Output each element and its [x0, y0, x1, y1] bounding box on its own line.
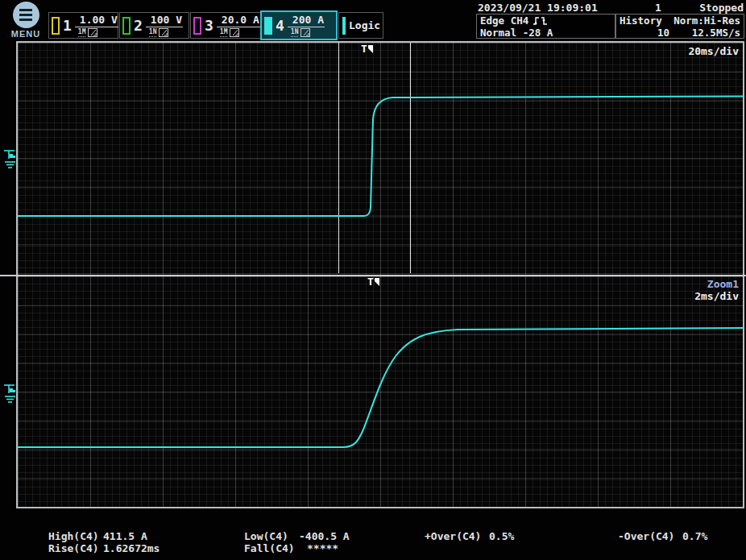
channel-3-color-swatch — [193, 17, 201, 35]
probe-icon — [300, 28, 310, 37]
meas-fall-value: ***** — [307, 542, 338, 554]
falling-edge-icon — [541, 16, 548, 26]
ch4-zoom-trace — [18, 328, 743, 447]
acquisition-mode: Norm:Hi-Res — [673, 15, 740, 27]
probe-icon — [88, 28, 97, 37]
meas-low-label: Low(C4) — [244, 530, 288, 542]
trigger-mode-source: Edge CH4 — [480, 15, 528, 27]
rising-edge-icon — [533, 16, 540, 26]
probe-icon — [159, 28, 168, 37]
meas-rise-value: 1.62672ms — [103, 542, 160, 554]
impedance-label: 1N — [291, 28, 299, 37]
logic-badge[interactable]: Logic — [338, 12, 383, 39]
meas-fall-label: Fall(C4) — [244, 542, 295, 554]
channel-2-badge[interactable]: 2 100 V 1N — [119, 12, 189, 39]
impedance-label: 1N — [149, 28, 157, 37]
channel-2-color-swatch — [122, 17, 131, 35]
channel-4-badge[interactable]: 4 200 A 1N — [260, 10, 338, 40]
logic-label: Logic — [349, 19, 380, 31]
channel-1-scale: 1.00 V — [75, 14, 118, 27]
meas-high-label: High(C4) — [48, 530, 99, 542]
zoom-timebase-readout: 2ms/div — [694, 290, 739, 302]
channel-2-scale: 100 V — [146, 14, 183, 27]
zoom-waveform-window: T Zoom1 2ms/div — [16, 276, 744, 508]
history-label: History — [620, 15, 662, 27]
channel-3-number: 3 — [204, 17, 214, 34]
trigger-level-readout: Normal -28 A — [480, 27, 553, 39]
zoom-window-label: Zoom1 — [707, 278, 739, 290]
channel-4-scale: 200 A — [288, 14, 325, 27]
trigger-settings-box[interactable]: Edge CH4 Normal -28 A — [476, 14, 615, 39]
channel-4-number: 4 — [275, 17, 285, 34]
zoom-trigger-position-marker[interactable]: T — [367, 277, 380, 287]
channel-1-badge[interactable]: 1 1.00 V 1M — [48, 12, 118, 39]
sample-rate-readout: 12.5MS/s — [692, 27, 740, 39]
oscilloscope-screen: MENU 1 1.00 V 1M 2 100 V 1N 3 20.0 A — [0, 0, 746, 560]
meas-rise-label: Rise(C4) — [48, 542, 99, 554]
meas-pover-value: 0.5% — [489, 530, 514, 542]
ch4-main-trace — [18, 97, 743, 217]
channel-4-color-swatch — [264, 17, 272, 35]
impedance-label: 1M — [220, 28, 228, 37]
channel-3-badge[interactable]: 3 20.0 A 1M — [190, 12, 261, 39]
meas-pover-label: +Over(C4) — [425, 530, 481, 542]
logic-color-swatch — [342, 17, 346, 35]
ch4-ground-marker-zoom[interactable] — [2, 381, 18, 405]
trigger-position-marker[interactable]: T — [361, 44, 374, 54]
menu-button[interactable]: MENU — [8, 2, 44, 39]
trigger-flag-icon — [374, 277, 380, 287]
impedance-label: 1M — [78, 28, 86, 37]
meas-low-value: -400.5 A — [299, 530, 350, 542]
hamburger-menu-icon — [13, 2, 39, 28]
meas-high-value: 411.5 A — [103, 530, 147, 542]
menu-label: MENU — [8, 29, 44, 39]
meas-nover-value: 0.7% — [682, 530, 707, 542]
meas-nover-label: -Over(C4) — [618, 530, 674, 542]
channel-1-color-swatch — [52, 17, 60, 35]
history-acquisition-box[interactable]: History Norm:Hi-Res 10 12.5MS/s — [615, 14, 744, 39]
channel-2-number: 2 — [133, 17, 143, 34]
ch4-ground-marker-main[interactable] — [2, 147, 18, 171]
run-state-indicator: Stopped — [699, 2, 744, 14]
main-waveform-window: T 20ms/div — [16, 41, 744, 275]
probe-icon — [230, 28, 239, 37]
trigger-flag-icon — [367, 44, 374, 54]
history-count: 10 — [620, 27, 669, 39]
acquisition-count: 1 — [655, 2, 661, 14]
channel-1-number: 1 — [62, 17, 73, 34]
channel-3-scale: 20.0 A — [217, 14, 260, 27]
datetime-readout: 2023/09/21 19:09:01 — [478, 2, 598, 14]
main-timebase-readout: 20ms/div — [688, 45, 739, 57]
